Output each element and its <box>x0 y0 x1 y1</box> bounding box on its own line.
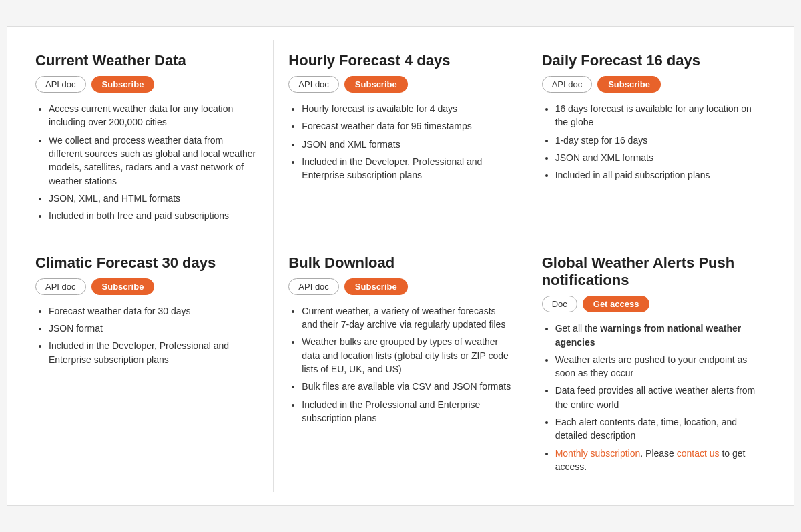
list-item: Get all the warnings from national weath… <box>555 322 766 349</box>
get-access-button-global-weather-alerts[interactable]: Get access <box>583 296 650 312</box>
list-item: Included in the Developer, Professional … <box>302 155 511 182</box>
list-item: Weather bulks are grouped by types of we… <box>302 335 511 376</box>
page-container: Current Weather Data API doc Subscribe A… <box>7 26 794 507</box>
cards-grid: Current Weather Data API doc Subscribe A… <box>21 40 780 493</box>
api-doc-button-bulk-download[interactable]: API doc <box>288 278 339 295</box>
feature-list-climatic-forecast: Forecast weather data for 30 days JSON f… <box>35 304 258 366</box>
api-doc-button-hourly-forecast[interactable]: API doc <box>288 76 339 93</box>
feature-list-bulk-download: Current weather, a variety of weather fo… <box>288 304 511 425</box>
card-title-global-weather-alerts: Global Weather Alerts Push notifications <box>542 254 766 290</box>
list-item-monthly: Monthly subscription. Please contact us … <box>555 447 766 474</box>
contact-us-link[interactable]: contact us <box>677 448 720 459</box>
card-climatic-forecast: Climatic Forecast 30 days API doc Subscr… <box>21 242 274 493</box>
list-item: JSON and XML formats <box>302 138 511 151</box>
card-title-bulk-download: Bulk Download <box>288 254 511 272</box>
list-item: 1-day step for 16 days <box>555 134 766 147</box>
button-row-hourly-forecast: API doc Subscribe <box>288 76 511 93</box>
list-item: Included in all paid subscription plans <box>555 168 766 182</box>
card-title-hourly-forecast: Hourly Forecast 4 days <box>288 52 511 69</box>
card-bulk-download: Bulk Download API doc Subscribe Current … <box>274 242 527 493</box>
subscribe-button-climatic-forecast[interactable]: Subscribe <box>91 278 155 295</box>
list-item: Included in the Professional and Enterpr… <box>302 398 511 425</box>
list-item: Bulk files are available via CSV and JSO… <box>302 380 511 393</box>
list-item: JSON, XML, and HTML formats <box>49 192 258 205</box>
list-item: Included in both free and paid subscript… <box>49 209 258 222</box>
button-row-bulk-download: API doc Subscribe <box>288 278 511 295</box>
card-title-climatic-forecast: Climatic Forecast 30 days <box>35 254 258 272</box>
feature-list-current-weather: Access current weather data for any loca… <box>35 102 258 222</box>
card-hourly-forecast: Hourly Forecast 4 days API doc Subscribe… <box>274 40 527 242</box>
subscribe-button-bulk-download[interactable]: Subscribe <box>344 278 408 295</box>
button-row-daily-forecast: API doc Subscribe <box>542 76 766 93</box>
list-item: We collect and process weather data from… <box>49 134 258 188</box>
list-item: Each alert contents date, time, location… <box>555 415 766 443</box>
list-item: Weather alerts are pushed to your endpoi… <box>555 353 766 380</box>
card-title-current-weather: Current Weather Data <box>35 52 258 69</box>
list-item: Access current weather data for any loca… <box>49 102 258 129</box>
subscribe-button-daily-forecast[interactable]: Subscribe <box>597 76 661 93</box>
button-row-global-weather-alerts: Doc Get access <box>542 296 766 312</box>
button-row-current-weather: API doc Subscribe <box>35 76 258 93</box>
subscribe-button-hourly-forecast[interactable]: Subscribe <box>344 76 408 93</box>
api-doc-button-daily-forecast[interactable]: API doc <box>542 76 593 93</box>
feature-list-global-weather-alerts: Get all the warnings from national weath… <box>542 322 766 473</box>
list-item: Included in the Developer, Professional … <box>49 339 258 366</box>
list-item: Current weather, a variety of weather fo… <box>302 304 511 332</box>
api-doc-button-current-weather[interactable]: API doc <box>35 76 86 93</box>
list-item: Hourly forecast is available for 4 days <box>302 102 511 115</box>
list-item: Data feed provides all active weather al… <box>555 384 766 411</box>
feature-list-daily-forecast: 16 days forecast is available for any lo… <box>542 102 766 182</box>
bold-text-warnings: warnings from national weather agencies <box>555 323 742 347</box>
card-global-weather-alerts: Global Weather Alerts Push notifications… <box>527 242 780 493</box>
list-item: 16 days forecast is available for any lo… <box>555 102 766 129</box>
monthly-subscription-link[interactable]: Monthly subscription <box>555 448 641 459</box>
doc-button-global-weather-alerts[interactable]: Doc <box>542 296 577 312</box>
card-current-weather: Current Weather Data API doc Subscribe A… <box>21 40 274 242</box>
api-doc-button-climatic-forecast[interactable]: API doc <box>35 278 86 295</box>
card-daily-forecast: Daily Forecast 16 days API doc Subscribe… <box>527 40 780 242</box>
button-row-climatic-forecast: API doc Subscribe <box>35 278 258 295</box>
list-item: Forecast weather data for 30 days <box>49 304 258 318</box>
list-item: JSON format <box>49 322 258 335</box>
card-title-daily-forecast: Daily Forecast 16 days <box>542 52 766 69</box>
subscribe-button-current-weather[interactable]: Subscribe <box>91 76 155 93</box>
list-item: JSON and XML formats <box>555 151 766 164</box>
list-item: Forecast weather data for 96 timestamps <box>302 119 511 133</box>
feature-list-hourly-forecast: Hourly forecast is available for 4 days … <box>288 102 511 182</box>
